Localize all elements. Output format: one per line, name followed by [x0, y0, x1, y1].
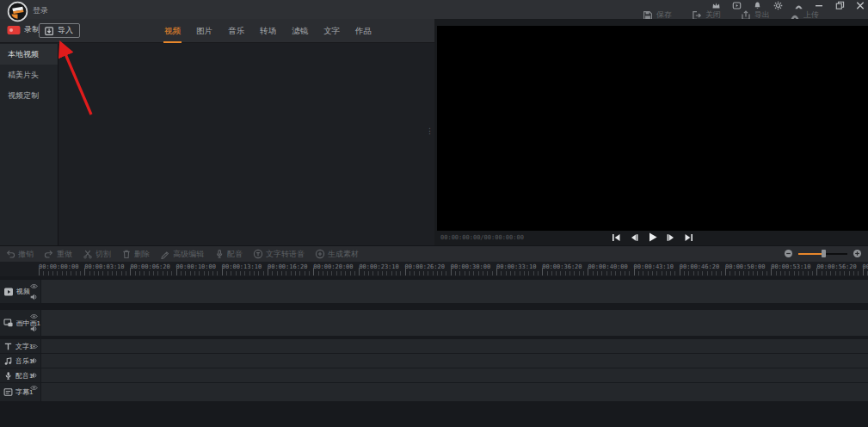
app-logo-icon[interactable] — [7, 1, 28, 22]
undo-button[interactable]: 撤销 — [5, 249, 34, 260]
restore-icon[interactable] — [834, 1, 845, 10]
zoom-in-icon[interactable] — [853, 250, 861, 257]
video-editor-window: 登录 — [0, 0, 868, 427]
notifications-bell-icon[interactable] — [752, 1, 762, 10]
visibility-eye-icon[interactable] — [30, 385, 38, 391]
track-video-label[interactable]: 视频 — [0, 280, 40, 303]
timeline-ruler[interactable]: 00:00:00:0000:00:03:1000:00:06:2000:00:1… — [0, 262, 868, 276]
voiceover-button[interactable]: 配音 — [214, 249, 243, 260]
track-subtitle: 字幕1 — [0, 383, 868, 401]
track-music-content[interactable] — [41, 354, 868, 368]
tab-transition[interactable]: 转场 — [259, 19, 277, 43]
skip-end-icon[interactable] — [684, 232, 694, 243]
track-video: 视频 — [0, 280, 868, 303]
track-subtitle-label[interactable]: 字幕1 — [0, 383, 40, 401]
record-button[interactable]: 录制 — [7, 24, 40, 35]
visibility-eye-icon[interactable] — [30, 313, 38, 319]
minimize-icon[interactable] — [814, 1, 824, 10]
track-video-content[interactable] — [41, 280, 868, 303]
advanced-edit-button[interactable]: 高级编辑 — [160, 249, 204, 260]
track-voiceover: 配音1 — [0, 368, 868, 382]
split-label: 切割 — [95, 249, 111, 260]
track-music-controls — [29, 355, 39, 367]
sidebar-item-video-custom[interactable]: 视频定制 — [0, 85, 58, 106]
track-text: 文字1 — [0, 339, 868, 353]
video-track-icon — [3, 287, 14, 297]
skip-start-icon[interactable] — [611, 232, 621, 243]
voiceover-mic-icon — [3, 371, 13, 381]
advanced-edit-label: 高级编辑 — [173, 249, 204, 260]
track-voiceover-label[interactable]: 配音1 — [0, 368, 40, 382]
close-icon[interactable] — [855, 1, 865, 10]
generate-material-label: 生成素材 — [328, 249, 359, 260]
media-library-empty-area[interactable] — [59, 44, 434, 245]
settings-gear-icon[interactable] — [773, 1, 783, 10]
record-label: 录制 — [24, 24, 40, 35]
track-subtitle-controls — [29, 384, 39, 400]
audio-speaker-icon[interactable] — [30, 325, 38, 332]
home-icon[interactable] — [793, 1, 803, 10]
track-pip-content[interactable] — [41, 310, 868, 336]
media-toolbar: 录制 导入 视频 图片 音乐 转场 滤镜 文字 作品 — [0, 19, 434, 43]
track-pip-label[interactable]: 画中画1 — [0, 310, 40, 336]
sidebar-item-intro-templates[interactable]: 精美片头 — [0, 65, 58, 85]
import-button[interactable]: 导入 — [39, 23, 80, 38]
titlebar: 登录 — [0, 0, 868, 19]
microphone-icon — [214, 249, 225, 259]
tab-text[interactable]: 文字 — [323, 19, 341, 43]
undo-icon — [5, 249, 15, 259]
redo-label: 重做 — [57, 249, 72, 260]
track-subtitle-content[interactable] — [41, 383, 868, 401]
tab-filter[interactable]: 滤镜 — [291, 19, 309, 43]
picture-in-picture-icon — [3, 318, 14, 328]
track-voiceover-content[interactable] — [41, 368, 868, 382]
track-text-label[interactable]: 文字1 — [0, 339, 40, 353]
subtitle-track-icon — [3, 387, 13, 397]
sidebar-item-local-video[interactable]: 本地视频 — [0, 44, 58, 65]
play-icon[interactable] — [647, 232, 658, 243]
voiceover-label: 配音 — [227, 249, 243, 260]
zoom-slider-handle[interactable] — [822, 250, 826, 257]
audio-speaker-icon[interactable] — [30, 294, 38, 300]
tutorial-video-icon[interactable] — [731, 1, 742, 10]
text-to-speech-button[interactable]: 文字转语音 — [253, 249, 305, 260]
track-text-controls — [29, 340, 39, 352]
generate-material-button[interactable]: 生成素材 — [315, 249, 359, 260]
text-to-speech-label: 文字转语音 — [266, 249, 305, 260]
text-track-icon — [3, 342, 13, 351]
vip-icon[interactable] — [711, 1, 721, 10]
preview-controls-bar: 00:00:00:00/00:00:00:00 — [437, 231, 868, 245]
track-music-label[interactable]: 音乐1 — [0, 354, 40, 368]
track-voiceover-controls — [29, 369, 39, 381]
ruler-major-ticks — [39, 268, 868, 275]
tab-works[interactable]: 作品 — [354, 19, 372, 43]
pencil-icon — [160, 249, 170, 259]
timeline-zoom-slider[interactable] — [798, 250, 847, 257]
track-text-content[interactable] — [41, 339, 868, 353]
timeline-tracks: 视频 画中画1 文字1 — [0, 276, 868, 427]
track-video-controls — [29, 281, 39, 302]
video-preview[interactable] — [437, 26, 868, 231]
audio-speaker-icon[interactable] — [30, 372, 38, 379]
generate-material-icon — [315, 249, 325, 259]
tab-music[interactable]: 音乐 — [227, 19, 245, 43]
panel-resize-handle[interactable]: ⋮ — [426, 129, 434, 133]
timeline-zoom-control — [785, 250, 861, 257]
tab-image[interactable]: 图片 — [195, 19, 213, 43]
next-frame-icon[interactable] — [666, 232, 676, 243]
audio-speaker-icon[interactable] — [30, 357, 38, 364]
login-button[interactable]: 登录 — [33, 5, 48, 16]
visibility-eye-icon[interactable] — [30, 283, 38, 289]
tab-video[interactable]: 视频 — [163, 19, 182, 43]
playback-controls — [437, 232, 868, 243]
visibility-eye-icon[interactable] — [30, 343, 38, 350]
track-music: 音乐1 — [0, 354, 868, 368]
zoom-out-icon[interactable] — [785, 250, 792, 257]
delete-button[interactable]: 删除 — [121, 249, 150, 260]
music-track-icon — [3, 356, 13, 366]
previous-frame-icon[interactable] — [629, 232, 639, 243]
split-button[interactable]: 切割 — [83, 249, 111, 260]
text-to-speech-icon — [253, 249, 263, 259]
delete-label: 删除 — [134, 249, 150, 260]
redo-button[interactable]: 重做 — [44, 249, 72, 260]
